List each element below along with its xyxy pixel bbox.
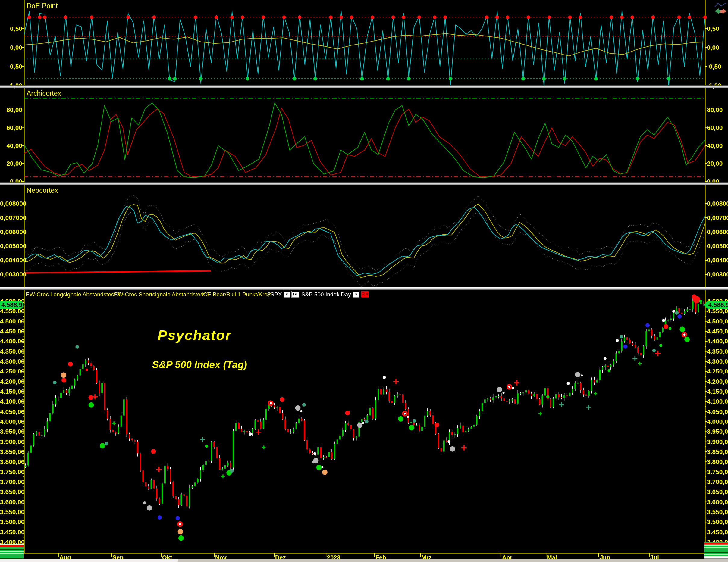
indicator-legend-short-signals: EW-Croc Shortsignale Abstandstest 3: [114, 290, 210, 299]
price-tick-label: 4.100,00: [707, 398, 728, 405]
arrow-right-icon[interactable]: [720, 8, 726, 14]
price-tick-label: 4.200,00: [0, 378, 22, 385]
y-tick-label: 0,008000: [0, 200, 22, 207]
price-tick-label: 4.250,00: [0, 368, 22, 375]
price-tick-label: 4.300,00: [0, 358, 22, 365]
indicator-legend-ice-bearbull: ICE Bear/Bull 1 Punkt/Kreis: [202, 290, 271, 299]
current-price-tag-left: 4.588,96: [0, 301, 25, 309]
instrument-name-label: S&P 500 Index: [301, 290, 339, 299]
price-tick-label: 4.450,00: [0, 328, 22, 334]
chart-navigation-arrows-icon[interactable]: [714, 2, 727, 16]
price-tick-label: 4.050,00: [707, 408, 728, 415]
y-tick-label: 0,50: [0, 25, 22, 32]
price-tick-label: 4.450,00: [707, 328, 728, 334]
price-tick-label: 3.600,00: [707, 499, 728, 505]
chart-subtitle: S&P 500 Index (Tag): [152, 359, 247, 370]
price-tick-label: 4.150,00: [707, 388, 728, 395]
panel-title-archicortex: Archicortex: [27, 90, 61, 98]
panel-separator[interactable]: [0, 85, 728, 88]
price-tick-label: 3.550,00: [0, 509, 22, 515]
price-tick-label: 3.500,00: [707, 519, 728, 525]
zigzag-line-icon: [715, 3, 726, 7]
arrow-left-icon[interactable]: [715, 8, 721, 14]
trading-app-window: DoE Point Archicortex Neocortex EW-Croc …: [0, 0, 728, 562]
price-tick-label: 3.750,00: [0, 469, 22, 475]
y-tick-label: 40,00: [0, 143, 22, 149]
realtime-button[interactable]: R▼: [361, 291, 369, 297]
collapsed-panel-stack-left[interactable]: [0, 544, 24, 559]
period-label: 1 Day: [336, 290, 351, 299]
panel-separator[interactable]: [0, 182, 728, 185]
neocortex-chart[interactable]: [0, 185, 728, 287]
bottom-edge-highlight: [0, 559, 178, 562]
price-tick-label: 4.250,00: [707, 368, 728, 375]
y-tick-label: 0,006000: [707, 229, 728, 235]
indicator-legend-long-signals: EW-Croc Longsignale Abstandstest 3: [26, 290, 120, 299]
price-tick-label: 4.100,00: [0, 398, 22, 405]
y-tick-label: 0,004000: [707, 257, 728, 264]
price-tick-label: 4.350,00: [0, 348, 22, 355]
doe-point-chart[interactable]: [0, 0, 728, 85]
panel-title-doe-point: DoE Point: [27, 2, 58, 10]
y-tick-label: 0,00: [707, 44, 719, 51]
price-tick-label: 4.400,00: [707, 338, 728, 344]
y-tick-label: 0,007000: [0, 215, 22, 221]
price-tick-label: 3.800,00: [0, 458, 22, 465]
y-tick-label: 20,00: [707, 160, 723, 167]
price-tick-label: 3.450,00: [0, 529, 22, 535]
collapsed-red-row: [0, 545, 24, 547]
price-tick-label: 3.500,00: [0, 519, 22, 525]
price-tick-label: 3.700,00: [707, 479, 728, 485]
price-tick-label: 3.850,00: [707, 448, 728, 455]
y-tick-label: 0,50: [707, 25, 719, 32]
symbol-dropdown-button[interactable]: ▼: [284, 291, 290, 297]
price-tick-label: 4.500,00: [0, 318, 22, 325]
price-tick-label: 4.300,00: [707, 358, 728, 365]
price-chart[interactable]: [0, 289, 728, 559]
y-tick-label: 80,00: [0, 107, 22, 113]
collapsed-red-row: [704, 543, 728, 544]
price-tick-label: 3.750,00: [707, 469, 728, 475]
price-tick-label: 3.650,00: [707, 488, 728, 495]
price-tick-label: 3.550,00: [707, 509, 728, 515]
chart-type-button[interactable]: I▼: [292, 291, 299, 297]
y-tick-label: 80,00: [707, 107, 723, 113]
y-tick-label: 0,003000: [707, 271, 728, 278]
price-tick-label: 4.150,00: [0, 388, 22, 395]
y-tick-label: 0,008000: [707, 200, 728, 207]
y-tick-label: 20,00: [0, 160, 22, 167]
price-tick-label: 4.550,00: [707, 308, 728, 314]
price-tick-label: 3.450,00: [707, 529, 728, 535]
y-tick-label: 60,00: [0, 124, 22, 131]
symbol-label: $SPX: [267, 290, 282, 299]
price-tick-label: 3.700,00: [0, 479, 22, 485]
price-tick-label: 4.350,00: [707, 348, 728, 355]
y-tick-label: -0,50: [707, 63, 721, 70]
y-tick-label: 0,007000: [707, 215, 728, 221]
y-tick-label: 0,004000: [0, 257, 22, 264]
panel-separator[interactable]: [0, 287, 728, 290]
y-tick-label: 60,00: [707, 124, 723, 131]
y-tick-label: 40,00: [707, 143, 723, 149]
collapsed-panel-stack-right[interactable]: [704, 542, 728, 560]
archicortex-chart[interactable]: [0, 88, 728, 182]
price-tick-label: 3.600,00: [0, 499, 22, 505]
window-bottom-edge: [0, 559, 728, 562]
price-tick-label: 3.900,00: [0, 438, 22, 445]
y-tick-label: 0,005000: [0, 243, 22, 250]
y-tick-label: 0,006000: [0, 229, 22, 235]
chart-toolbar: EW-Croc Longsignale Abstandstest 3 EW-Cr…: [0, 290, 728, 300]
period-dropdown-button[interactable]: ▼: [353, 291, 359, 297]
panel-title-neocortex: Neocortex: [27, 187, 58, 195]
price-tick-label: 3.650,00: [0, 488, 22, 495]
price-tick-label: 4.000,00: [0, 418, 22, 425]
price-tick-label: 4.500,00: [707, 318, 728, 325]
price-tick-label: 3.950,00: [0, 428, 22, 435]
y-tick-label: 0,00: [0, 44, 22, 51]
price-tick-label: 4.050,00: [0, 408, 22, 415]
price-tick-label: 4.400,00: [0, 338, 22, 344]
price-tick-label: 4.000,00: [707, 418, 728, 425]
price-tick-label: 3.800,00: [707, 458, 728, 465]
chart-title: Psychator: [158, 327, 231, 343]
current-price-tag-right: 4.588,96: [704, 301, 728, 309]
